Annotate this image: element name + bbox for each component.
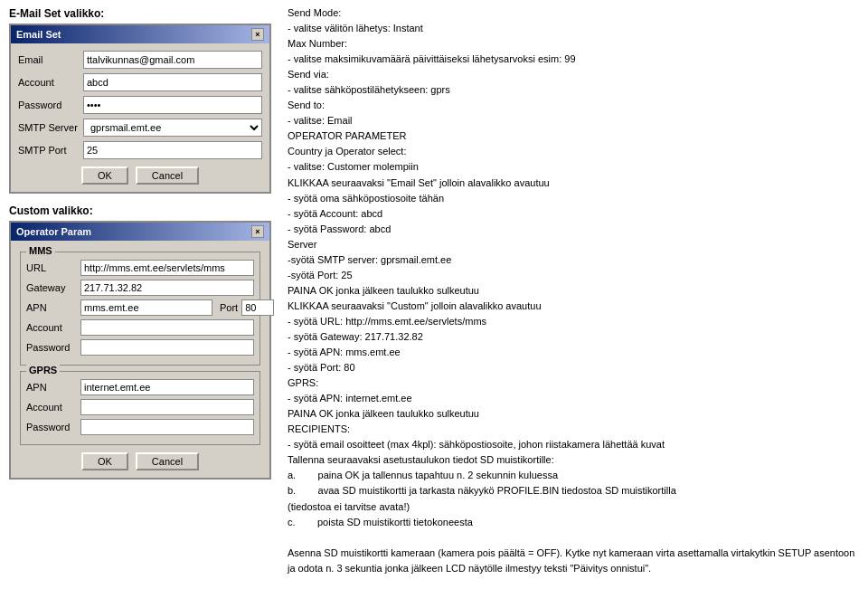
mms-gateway-row: Gateway bbox=[26, 280, 254, 296]
line-custom-click: KLIKKAA seuraavaksi "Custom" jolloin ala… bbox=[288, 299, 859, 314]
email-set-cancel-button[interactable]: Cancel bbox=[136, 166, 199, 185]
line-country-op: Country ja Operator select: bbox=[288, 144, 859, 159]
mms-url-input[interactable] bbox=[80, 260, 254, 276]
line-server-title: Server bbox=[288, 237, 859, 252]
email-set-close-button[interactable]: × bbox=[251, 28, 264, 41]
password-label: Password bbox=[18, 100, 83, 110]
gprs-password-label: Password bbox=[26, 422, 80, 432]
email-set-titlebar: Email Set × bbox=[11, 25, 269, 43]
mms-url-row: URL bbox=[26, 260, 254, 276]
line-send-via-title: Send via: bbox=[288, 67, 859, 82]
line-send-to-val: - valitse: Email bbox=[288, 113, 859, 128]
gprs-apn-input[interactable] bbox=[80, 379, 254, 395]
gprs-apn-row: APN bbox=[26, 379, 254, 395]
mms-group-content: URL Gateway APN Port bbox=[26, 260, 254, 356]
line-smtp-port: -syötä Port: 25 bbox=[288, 268, 859, 283]
email-input[interactable] bbox=[83, 51, 262, 69]
line-recipients-val: - syötä email osoitteet (max 4kpl): sähk… bbox=[288, 437, 859, 452]
line-tallenna: Tallenna seuraavaksi asetustaulukon tied… bbox=[288, 452, 859, 468]
mms-gateway-input[interactable] bbox=[80, 280, 254, 296]
email-label: Email bbox=[18, 54, 83, 65]
line-a: a. paina OK ja tallennus tapahtuu n. 2 s… bbox=[288, 468, 859, 483]
email-set-ok-button[interactable]: OK bbox=[81, 166, 128, 185]
gprs-group-title: GPRS bbox=[26, 365, 60, 375]
mms-url-label: URL bbox=[26, 262, 80, 273]
email-set-dialog: Email Set × Email Account Password SMTP … bbox=[9, 24, 271, 194]
instructions-text: Send Mode: - valitse välitön lähetys: In… bbox=[288, 5, 859, 589]
port-label: Port bbox=[220, 302, 238, 313]
email-set-section-title: E-Mail Set valikko: bbox=[9, 7, 271, 20]
operator-ok-button[interactable]: OK bbox=[81, 452, 128, 470]
right-col: Send Mode: - valitse välitön lähetys: In… bbox=[280, 0, 868, 589]
mms-password-label: Password bbox=[26, 342, 80, 353]
operator-cancel-button[interactable]: Cancel bbox=[136, 452, 199, 470]
smtp-server-select[interactable]: gprsmail.emt.ee bbox=[83, 119, 262, 137]
line-syota-gateway: - syötä Gateway: 217.71.32.82 bbox=[288, 329, 859, 345]
line-asenna: Asenna SD muistikortti kameraan (kamera … bbox=[288, 546, 859, 576]
mms-account-row: Account bbox=[26, 319, 254, 336]
line-paina-ok-1: PAINA OK jonka jälkeen taulukko sulkeutu… bbox=[288, 283, 859, 299]
operator-param-titlebar: Operator Param × bbox=[11, 223, 269, 241]
line-syota-account: - syötä Account: abcd bbox=[288, 206, 859, 222]
line-gprs-apn: - syötä APN: internet.emt.ee bbox=[288, 391, 859, 406]
line-send-to-title: Send to: bbox=[288, 98, 859, 113]
account-input[interactable] bbox=[83, 73, 262, 91]
line-c: c. poista SD muistikortti tietokoneesta bbox=[288, 515, 859, 530]
mms-account-label: Account bbox=[26, 322, 80, 333]
mms-account-input[interactable] bbox=[80, 319, 254, 336]
mms-apn-row: APN Port bbox=[26, 299, 254, 316]
line-max-number-title: Max Number: bbox=[288, 36, 859, 52]
gprs-account-input[interactable] bbox=[80, 399, 254, 415]
line-syota-email: - syötä oma sähköpostiosoite tähän bbox=[288, 191, 859, 206]
smtp-port-input[interactable] bbox=[83, 141, 262, 159]
mms-password-input[interactable] bbox=[80, 339, 254, 356]
operator-param-title: Operator Param bbox=[16, 226, 91, 237]
gprs-apn-label: APN bbox=[26, 382, 80, 393]
gprs-group-content: APN Account Password bbox=[26, 379, 254, 435]
line-email-set-click: KLIKKAA seuraavaksi "Email Set" jolloin … bbox=[288, 176, 859, 191]
operator-param-dialog: Operator Param × MMS URL Gateway bbox=[9, 221, 271, 480]
mms-gateway-label: Gateway bbox=[26, 282, 80, 293]
line-send-mode-val: - valitse välitön lähetys: Instant bbox=[288, 21, 859, 36]
operator-param-body: MMS URL Gateway APN bbox=[11, 241, 269, 478]
line-syota-password: - syötä Password: abcd bbox=[288, 222, 859, 237]
custom-section-title: Custom valikko: bbox=[9, 204, 271, 217]
line-paina-ok-2: PAINA OK jonka jälkeen taulukko sulkeutu… bbox=[288, 406, 859, 422]
mms-apn-label: APN bbox=[26, 302, 80, 313]
line-b: b. avaa SD muistikortti ja tarkasta näky… bbox=[288, 483, 859, 499]
line-customer: - valitse: Customer molempiin bbox=[288, 159, 859, 175]
smtp-port-field-row: SMTP Port bbox=[18, 141, 262, 159]
line-gprs-title: GPRS: bbox=[288, 375, 859, 391]
account-field-row: Account bbox=[18, 73, 262, 91]
line-send-via-val: - valitse sähköpostilähetykseen: gprs bbox=[288, 82, 859, 98]
account-label: Account bbox=[18, 77, 83, 88]
email-set-body: Email Account Password SMTP Server gprsm… bbox=[11, 43, 269, 192]
operator-param-buttons: OK Cancel bbox=[18, 452, 262, 470]
operator-param-close-button[interactable]: × bbox=[251, 225, 264, 238]
line-syota-url: - syötä URL: http://mms.emt.ee/servlets/… bbox=[288, 314, 859, 329]
mms-port-input[interactable] bbox=[241, 299, 274, 316]
smtp-port-label: SMTP Port bbox=[18, 145, 83, 156]
gprs-password-input[interactable] bbox=[80, 419, 254, 435]
line-syota-port: - syötä Port: 80 bbox=[288, 360, 859, 375]
line-smtp-server: -syötä SMTP server: gprsmail.emt.ee bbox=[288, 252, 859, 268]
password-field-row: Password bbox=[18, 96, 262, 114]
line-b2: (tiedostoa ei tarvitse avata!) bbox=[288, 499, 859, 515]
line-operator-param-title: OPERATOR PARAMETER bbox=[288, 128, 859, 144]
email-set-title: Email Set bbox=[16, 29, 61, 40]
email-field-row: Email bbox=[18, 51, 262, 69]
mms-apn-input[interactable] bbox=[80, 299, 212, 316]
line-send-mode-title: Send Mode: bbox=[288, 5, 859, 21]
line-recipients-title: RECIPIENTS: bbox=[288, 422, 859, 437]
smtp-server-label: SMTP Server bbox=[18, 122, 83, 133]
gprs-password-row: Password bbox=[26, 419, 254, 435]
gprs-account-label: Account bbox=[26, 402, 80, 413]
mms-group-title: MMS bbox=[26, 245, 55, 256]
password-input[interactable] bbox=[83, 96, 262, 114]
gprs-group: GPRS APN Account Password bbox=[20, 371, 260, 445]
mms-group: MMS URL Gateway APN bbox=[20, 252, 260, 366]
gprs-account-row: Account bbox=[26, 399, 254, 415]
email-set-buttons: OK Cancel bbox=[18, 166, 262, 185]
line-max-number-val: - valitse maksimikuvamäärä päivittäiseks… bbox=[288, 52, 859, 67]
mms-password-row: Password bbox=[26, 339, 254, 356]
